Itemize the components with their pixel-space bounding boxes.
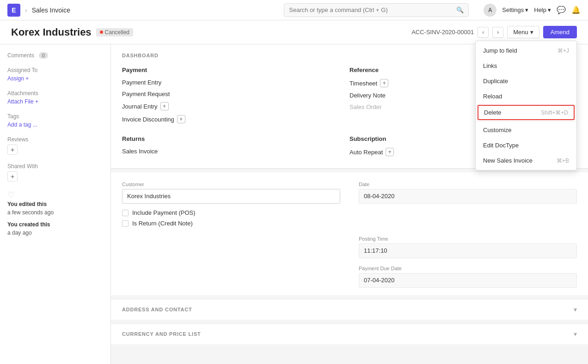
menu-item-label: Jump to field — [483, 47, 517, 54]
menu-item-edit-doctype[interactable]: Edit DocType — [476, 138, 576, 153]
auto-repeat-add-button[interactable]: + — [386, 148, 394, 156]
address-contact-toggle[interactable]: ▾ — [574, 306, 577, 313]
status-dot — [100, 30, 103, 34]
menu-item-new-sales-invoice[interactable]: New Sales Invoice ⌘+B — [476, 153, 576, 168]
attachments-label: Attachments — [7, 90, 103, 97]
payment-column: Payment Payment Entry Payment Request Jo… — [122, 67, 349, 128]
posting-time-value[interactable]: 11:17:10 — [359, 243, 577, 258]
menu-button[interactable]: Menu ▾ — [507, 26, 539, 38]
page-actions: ACC-SINV-2020-00001 ‹ › Menu ▾ Amend — [411, 26, 577, 38]
journal-entry-link[interactable]: Journal Entry — [122, 103, 158, 110]
currency-price-header[interactable]: CURRENCY AND PRICE LIST ▾ — [122, 330, 577, 338]
timesheet-link[interactable]: Timesheet — [349, 80, 377, 87]
menu-item-jump-to-field[interactable]: Jump to field ⌘+J — [476, 43, 576, 58]
menu-item-label: Delete — [484, 109, 502, 116]
auto-repeat-link[interactable]: Auto Repeat — [349, 149, 383, 156]
navbar: E › Sales Invoice 🔍 A Settings ▾ Help ▾ … — [0, 0, 588, 20]
search-input[interactable] — [289, 6, 453, 13]
avatar[interactable]: A — [484, 4, 496, 17]
like-button[interactable]: ♡ — [7, 190, 103, 200]
page-title: Korex Industries — [11, 26, 92, 38]
app-logo: E — [7, 4, 20, 17]
amend-button[interactable]: Amend — [543, 26, 577, 38]
list-item: Journal Entry + — [122, 102, 349, 110]
menu-dropdown: Jump to field ⌘+J Links Duplicate Reload… — [475, 41, 577, 170]
is-return-label: Is Return (Credit Note) — [132, 220, 193, 227]
navbar-right: A Settings ▾ Help ▾ 💬 🔔 — [484, 4, 581, 17]
activity-1: You edited this a few seconds ago — [7, 200, 103, 217]
form-section: Customer Korex Industries Date 08-04-202… — [111, 172, 588, 240]
include-payment-checkbox[interactable] — [122, 210, 129, 216]
include-payment-row: Include Payment (POS) — [122, 209, 577, 216]
menu-item-duplicate[interactable]: Duplicate — [476, 73, 576, 89]
tags-label: Tags — [7, 113, 103, 120]
list-item: Payment Request — [122, 91, 349, 97]
activity-2: You created this a day ago — [7, 220, 103, 237]
customer-value[interactable]: Korex Industries — [122, 189, 340, 204]
date-value[interactable]: 08-04-2020 — [359, 189, 577, 204]
help-button[interactable]: Help ▾ — [534, 6, 551, 13]
next-doc-button[interactable]: › — [492, 27, 503, 38]
list-item: Payment Entry — [122, 79, 349, 86]
currency-price-section: CURRENCY AND PRICE LIST ▾ — [111, 323, 588, 344]
page-title-area: Korex Industries Cancelled — [11, 26, 133, 38]
menu-item-label: Duplicate — [483, 78, 508, 85]
activity-2-you: You created this — [7, 221, 50, 228]
include-payment-label: Include Payment (POS) — [132, 209, 196, 216]
timesheet-add-button[interactable]: + — [380, 79, 388, 87]
breadcrumb-label: Sales Invoice — [32, 6, 70, 14]
sidebar-reviews: Reviews + — [7, 136, 103, 155]
add-tag-button[interactable]: Add a tag ... — [7, 121, 103, 128]
invoice-discounting-link[interactable]: Invoice Discounting — [122, 116, 174, 123]
menu-item-label: Links — [483, 62, 497, 69]
customer-group: Customer Korex Industries — [122, 182, 340, 204]
add-review-button[interactable]: + — [7, 145, 18, 155]
is-return-row: Is Return (Credit Note) — [122, 220, 577, 227]
posting-time-label: Posting Time — [359, 236, 577, 242]
menu-item-label: Customize — [483, 127, 511, 133]
chat-icon[interactable]: 💬 — [557, 6, 566, 14]
sidebar-tags: Tags Add a tag ... — [7, 113, 103, 128]
menu-item-reload[interactable]: Reload — [476, 89, 576, 104]
menu-item-shortcut: ⌘+B — [557, 158, 569, 164]
prev-doc-button[interactable]: ‹ — [478, 27, 489, 38]
menu-item-shortcut: Shift+⌘+D — [541, 109, 568, 116]
customer-label: Customer — [122, 182, 340, 187]
checkboxes: Include Payment (POS) Is Return (Credit … — [122, 209, 577, 227]
payment-due-date-value[interactable]: 07-04-2020 — [359, 273, 577, 288]
currency-price-toggle[interactable]: ▾ — [574, 330, 577, 338]
menu-item-links[interactable]: Links — [476, 58, 576, 73]
posting-time-group: Posting Time 11:17:10 — [359, 236, 577, 258]
returns-column: Returns Sales Invoice — [122, 135, 349, 161]
address-contact-section: ADDRESS AND CONTACT ▾ — [111, 299, 588, 320]
reviews-label: Reviews — [7, 136, 103, 143]
activity-1-time: a few seconds ago — [7, 209, 54, 216]
comments-count: 0 — [39, 52, 48, 59]
payment-request-link[interactable]: Payment Request — [122, 91, 170, 97]
invoice-discounting-add-button[interactable]: + — [177, 115, 185, 123]
address-contact-header[interactable]: ADDRESS AND CONTACT ▾ — [122, 306, 577, 313]
attach-file-button[interactable]: Attach File + — [7, 98, 103, 105]
menu-item-label: Reload — [483, 93, 502, 100]
is-return-checkbox[interactable] — [122, 220, 129, 227]
sidebar: Comments 0 Assigned To Assign + Attachme… — [0, 44, 111, 364]
sales-invoice-return-link[interactable]: Sales Invoice — [122, 148, 158, 155]
delivery-note-link[interactable]: Delivery Note — [349, 92, 386, 99]
notification-icon[interactable]: 🔔 — [571, 6, 581, 14]
menu-item-customize[interactable]: Customize — [476, 122, 576, 138]
comments-label: Comments — [7, 52, 34, 59]
sidebar-shared-with: Shared With + — [7, 163, 103, 182]
search-bar[interactable]: 🔍 — [284, 3, 469, 17]
assign-button[interactable]: Assign + — [7, 75, 103, 82]
shared-with-label: Shared With — [7, 163, 103, 170]
dashboard-title: DASHBOARD — [122, 53, 159, 58]
menu-item-delete[interactable]: Delete Shift+⌘+D — [478, 105, 575, 120]
menu-item-label: New Sales Invoice — [483, 157, 533, 164]
list-item: Sales Invoice — [122, 148, 349, 155]
payment-entry-link[interactable]: Payment Entry — [122, 79, 161, 86]
add-shared-button[interactable]: + — [7, 171, 18, 182]
settings-button[interactable]: Settings ▾ — [502, 6, 528, 13]
sidebar-comments: Comments 0 — [7, 52, 103, 59]
sales-order-link: Sales Order — [349, 103, 381, 110]
journal-entry-add-button[interactable]: + — [160, 102, 169, 110]
